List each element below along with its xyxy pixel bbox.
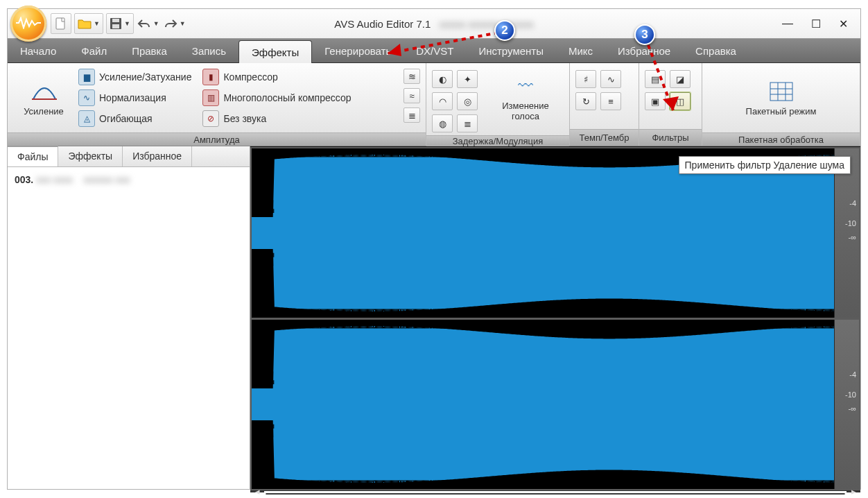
amplitude-extra-3[interactable]: ≣	[403, 108, 420, 123]
svg-marker-3213	[663, 96, 679, 110]
waveform-area[interactable]: -4 -10 -∞ -4 -10 -∞	[250, 147, 860, 490]
amplitude-extra-1[interactable]: ≋	[403, 69, 420, 84]
mute-icon: ⊘	[202, 110, 219, 127]
amplify-icon	[31, 80, 57, 103]
chevron-down-icon: ▼	[180, 20, 186, 27]
tab-правка[interactable]: Правка	[119, 39, 180, 62]
chevron-down-icon: ▼	[153, 20, 159, 27]
close-button[interactable]: ✕	[839, 17, 848, 31]
svg-rect-5	[770, 83, 792, 101]
envelope-icon: ◬	[78, 110, 95, 127]
pitch-shift-button[interactable]: 〰 Изменение голоса	[487, 66, 564, 130]
tab-файл[interactable]: Файл	[69, 39, 119, 62]
ribbon-caption-amplitude: Амплитуда	[8, 132, 426, 146]
tempo-btn-4[interactable]: ≡	[600, 92, 621, 110]
svg-rect-0	[56, 18, 64, 29]
ribbon-caption-delay: Задержка/Модуляция	[426, 135, 569, 146]
save-button[interactable]: ▼	[106, 13, 134, 34]
batch-mode-button[interactable]: Пакетный режим	[736, 66, 826, 130]
scroll-right-button[interactable]: ▸	[847, 491, 860, 492]
open-file-button[interactable]: ▼	[74, 13, 103, 34]
scroll-left-button[interactable]: ◂	[250, 491, 264, 492]
side-panel: ФайлыЭффектыИзбранное 003. xxx xxxx xxxx…	[8, 146, 250, 489]
fade-icon: ▆	[78, 69, 95, 85]
svg-rect-2	[112, 19, 119, 22]
ribbon-group-batch: Пакетный режим Пакетная обработка	[702, 63, 860, 146]
tempo-btn-3[interactable]: ↻	[575, 92, 596, 110]
redo-button[interactable]: ▼	[163, 13, 186, 34]
side-tab-strip: ФайлыЭффектыИзбранное	[8, 146, 250, 167]
compressor-icon: ▮	[202, 69, 219, 85]
ribbon: Усиление ▆Усиление/Затухание ∿Нормализац…	[8, 63, 860, 146]
ribbon-caption-batch: Пакетная обработка	[702, 132, 860, 146]
normalize-button[interactable]: ∿Нормализация	[78, 89, 191, 106]
multiband-compressor-button[interactable]: ▥Многополосный компрессор	[202, 89, 351, 106]
tempo-btn-2[interactable]: ∿	[600, 70, 621, 88]
side-tab-эффекты[interactable]: Эффекты	[58, 146, 123, 166]
delay-btn-1[interactable]: ◐	[432, 70, 453, 88]
editor-area: -4 -10 -∞ -4 -10 -∞ ◂ ▸	[250, 146, 860, 489]
file-list-item[interactable]: 003. xxx xxxx xxxxxx xxx	[15, 174, 243, 185]
multiband-icon: ▥	[202, 89, 219, 106]
annotation-arrow-3	[639, 41, 694, 131]
annotation-badge-3: 3	[634, 24, 655, 45]
normalize-icon: ∿	[78, 89, 95, 106]
file-list: 003. xxx xxxx xxxxxx xxx	[8, 167, 250, 192]
side-tab-избранное[interactable]: Избранное	[123, 146, 192, 166]
chevron-down-icon: ▼	[124, 20, 130, 27]
minimize-button[interactable]: —	[782, 17, 793, 31]
tab-микс[interactable]: Микс	[556, 39, 605, 62]
obscured-filename: xxx xxxx xxxxxx xxx	[36, 174, 130, 185]
db-scale-right: -4 -10 -∞	[834, 320, 859, 489]
ribbon-caption-filters: Фильтры	[639, 129, 702, 146]
scroll-thumb[interactable]	[266, 493, 845, 495]
svg-line-3210	[388, 33, 498, 53]
side-tab-файлы[interactable]: Файлы	[8, 146, 58, 166]
delay-btn-6[interactable]: ≣	[457, 114, 478, 132]
new-file-button[interactable]	[51, 13, 71, 34]
delay-btn-5[interactable]: ◍	[432, 114, 453, 132]
tooltip-noise-removal: Применить фильтр Удаление шума	[679, 156, 851, 174]
annotation-arrow-2	[367, 26, 505, 60]
envelope-button[interactable]: ◬Огибающая	[78, 110, 191, 127]
annotation-badge-2: 2	[494, 20, 515, 41]
fade-button[interactable]: ▆Усиление/Затухание	[78, 69, 191, 85]
delay-btn-3[interactable]: ◠	[432, 92, 453, 110]
svg-rect-3	[112, 24, 119, 28]
waveform-right[interactable]: -4 -10 -∞	[252, 320, 859, 489]
ribbon-group-delay: ◐ ✦ ◠ ◎ ◍ ≣ 〰 Изменение голоса Задержка/…	[426, 63, 570, 146]
mute-button[interactable]: ⊘Без звука	[202, 110, 351, 127]
chevron-down-icon: ▼	[94, 20, 100, 27]
wave-icon: 〰	[512, 74, 539, 98]
app-window: ▼ ▼ ▼ ▼ AVS Audio Editor 7.1 xxxxx xxxxx…	[7, 8, 861, 490]
app-logo	[10, 6, 46, 42]
ribbon-caption-tempo: Темп/Тембр	[570, 129, 639, 146]
tempo-btn-1[interactable]: ♯	[575, 70, 596, 88]
waveform-right-svg	[252, 320, 859, 489]
maximize-button[interactable]: ☐	[811, 17, 821, 31]
grid-icon	[768, 80, 795, 103]
horizontal-scrollbar[interactable]: ◂ ▸	[250, 490, 860, 491]
tab-начало[interactable]: Начало	[8, 39, 69, 62]
compressor-button[interactable]: ▮Компрессор	[202, 69, 351, 85]
content-area: ФайлыЭффектыИзбранное 003. xxx xxxx xxxx…	[8, 146, 860, 489]
undo-button[interactable]: ▼	[137, 13, 160, 34]
tab-эффекты[interactable]: Эффекты	[238, 40, 312, 63]
ribbon-group-tempo: ♯ ∿ ↻ ≡ Темп/Тембр	[570, 63, 639, 146]
tab-запись[interactable]: Запись	[180, 39, 238, 62]
delay-btn-2[interactable]: ✦	[457, 70, 478, 88]
amplify-label: Усиление	[24, 106, 64, 117]
ribbon-group-amplitude: Усиление ▆Усиление/Затухание ∿Нормализац…	[8, 63, 426, 146]
delay-btn-4[interactable]: ◎	[457, 92, 478, 110]
amplitude-extra-2[interactable]: ≈	[403, 88, 420, 103]
amplify-button[interactable]: Усиление	[13, 66, 74, 130]
